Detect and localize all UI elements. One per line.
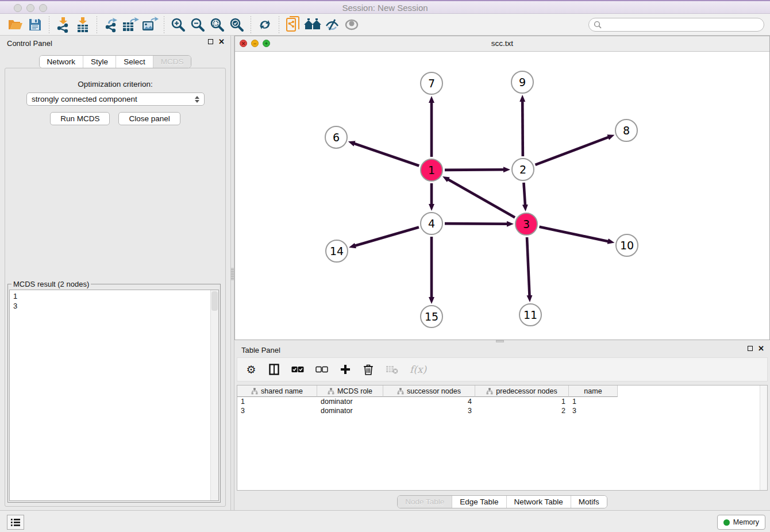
column-header-MCDS-role[interactable]: MCDS role: [317, 385, 383, 397]
table-cell: 3: [569, 407, 618, 415]
table-scrollbar[interactable]: [760, 385, 767, 490]
table-cell: 1: [475, 398, 569, 406]
mcds-result-fieldset: MCDS result (2 nodes) 13: [7, 280, 221, 503]
export-network-icon[interactable]: [101, 16, 121, 34]
export-image-icon[interactable]: [140, 16, 160, 34]
search-icon: [594, 21, 602, 29]
graph-edge-3-11[interactable]: [527, 237, 530, 296]
import-table-icon[interactable]: [73, 16, 93, 34]
graph-node-7[interactable]: 7: [420, 72, 443, 95]
graph-edge-2-8[interactable]: [536, 137, 609, 165]
table-cell: 3: [383, 407, 475, 415]
optimization-criterion-select[interactable]: strongly connected component: [26, 92, 205, 106]
column-header-name[interactable]: name: [569, 385, 618, 397]
splitter-handle[interactable]: [231, 268, 234, 280]
run-mcds-button[interactable]: Run MCDS: [50, 112, 110, 125]
show-eye-icon[interactable]: [342, 16, 361, 34]
graph-node-15[interactable]: 15: [420, 305, 443, 328]
table-panel-header: Table Panel ✕: [234, 342, 770, 357]
show-column-icon[interactable]: [268, 363, 280, 376]
graph-edge-3-1[interactable]: [448, 179, 515, 217]
tab-select[interactable]: Select: [116, 56, 153, 68]
export-table-icon[interactable]: [121, 16, 140, 34]
table-settings-gear-icon[interactable]: ⚙: [245, 363, 257, 376]
graph-edge-4-3[interactable]: [445, 223, 507, 224]
mcds-result-title: MCDS result (2 nodes): [11, 280, 91, 288]
main-region: Control Panel ✕ NetworkStyleSelectMCDS O…: [0, 36, 770, 510]
session-details-icon[interactable]: [283, 16, 303, 34]
clear-checks-icon[interactable]: [315, 363, 328, 376]
graph-node-10[interactable]: 10: [615, 234, 638, 257]
list-icon: [11, 519, 20, 526]
vertical-splitter[interactable]: [230, 36, 234, 510]
table-toolbar: ⚙: [237, 357, 768, 381]
column-header-shared-name[interactable]: shared name: [237, 385, 317, 397]
graph-edge-4-14[interactable]: [355, 227, 419, 245]
graph-node-9[interactable]: 9: [511, 71, 534, 94]
zoom-in-icon[interactable]: [168, 16, 188, 34]
network-window-title: scc.txt: [235, 39, 769, 48]
zoom-fit-icon[interactable]: [207, 16, 227, 34]
tab-network-table[interactable]: Network Table: [507, 496, 571, 508]
memory-button[interactable]: Memory: [717, 515, 765, 530]
mcds-result-textarea[interactable]: 13: [9, 290, 219, 501]
save-session-icon[interactable]: [25, 16, 45, 34]
graph-node-3[interactable]: 3: [515, 213, 538, 236]
select-all-checks-icon[interactable]: [291, 363, 304, 376]
apply-function-icon[interactable]: f(x): [410, 363, 426, 376]
select-stepper-icon: [195, 96, 199, 103]
graph-edge-2-9[interactable]: [522, 101, 523, 156]
network-canvas[interactable]: 7968124314101511: [236, 52, 769, 339]
tab-network[interactable]: Network: [40, 56, 84, 68]
add-column-icon[interactable]: [340, 363, 351, 376]
graph-node-6[interactable]: 6: [325, 126, 348, 149]
close-panel-button[interactable]: Close panel: [118, 112, 180, 125]
result-scrollbar[interactable]: [210, 290, 218, 500]
table-panel-close-icon[interactable]: ✕: [758, 346, 764, 351]
home-view-icon[interactable]: [303, 16, 322, 34]
main-toolbar: [0, 14, 770, 36]
network-window: ✕ − + scc.txt 7968124314101511: [234, 36, 770, 340]
search-box[interactable]: [588, 18, 764, 32]
window-title: Session: New Session: [0, 3, 770, 13]
control-panel-float-icon[interactable]: [208, 39, 213, 44]
graph-node-11[interactable]: 11: [519, 303, 542, 326]
hide-eye-icon[interactable]: [322, 16, 342, 34]
graph-node-8[interactable]: 8: [615, 119, 638, 142]
open-session-icon[interactable]: [6, 16, 25, 34]
control-panel-title: Control Panel: [7, 39, 52, 48]
delete-table-icon[interactable]: [386, 363, 398, 376]
graph-node-1[interactable]: 1: [420, 159, 443, 182]
tab-node-table[interactable]: Node Table: [398, 496, 452, 508]
tab-edge-table[interactable]: Edge Table: [452, 496, 506, 508]
table-row[interactable]: 3dominator323: [237, 406, 767, 415]
table-tabs: Node TableEdge TableNetwork TableMotifs: [234, 495, 770, 508]
mcds-pane: Optimization criterion: strongly connect…: [5, 68, 226, 507]
search-input[interactable]: [602, 20, 759, 29]
graph-node-14[interactable]: 14: [325, 240, 348, 263]
zoom-out-icon[interactable]: [188, 16, 207, 34]
graph-node-2[interactable]: 2: [511, 158, 534, 181]
graph-node-4[interactable]: 4: [420, 212, 443, 235]
optimization-criterion-value: strongly connected component: [32, 95, 137, 103]
control-panel-close-icon[interactable]: ✕: [218, 39, 225, 44]
graph-edge-3-10[interactable]: [540, 227, 609, 241]
table-header-row: shared nameMCDS rolesuccessor nodesprede…: [237, 385, 767, 397]
tab-motifs[interactable]: Motifs: [571, 496, 607, 508]
window-titlebar: Session: New Session: [0, 0, 770, 14]
zoom-selected-icon[interactable]: [227, 16, 247, 34]
tab-mcds[interactable]: MCDS: [153, 56, 191, 68]
graph-edge-1-6[interactable]: [354, 144, 419, 166]
graph-edge-2-3[interactable]: [523, 183, 525, 205]
task-history-button[interactable]: [7, 515, 24, 530]
graph-edge-1-2[interactable]: [445, 169, 504, 170]
table-cell: 1: [237, 398, 317, 406]
refresh-layout-icon[interactable]: [255, 16, 275, 34]
tab-style[interactable]: Style: [83, 56, 116, 68]
import-network-icon[interactable]: [53, 16, 73, 34]
column-header-predecessor-nodes[interactable]: predecessor nodes: [475, 385, 569, 397]
delete-column-icon[interactable]: [363, 363, 374, 376]
column-header-successor-nodes[interactable]: successor nodes: [383, 385, 475, 397]
table-panel-float-icon[interactable]: [748, 346, 753, 351]
table-row[interactable]: 1dominator411: [237, 397, 767, 406]
